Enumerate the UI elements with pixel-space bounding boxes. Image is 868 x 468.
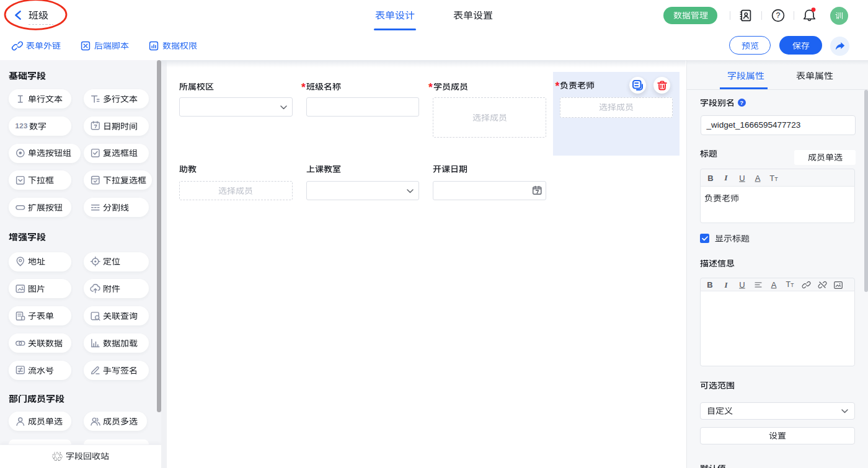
svg-text:?: ? — [776, 11, 781, 20]
